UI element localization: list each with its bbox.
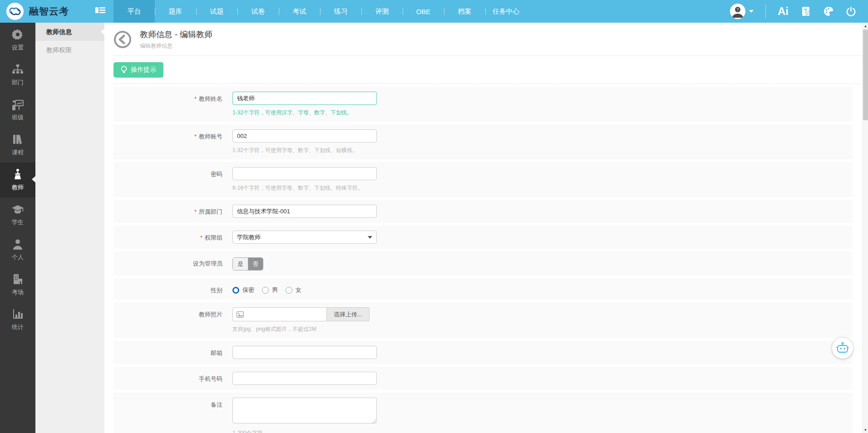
scroll-down-arrow[interactable]: ▼ (863, 427, 868, 433)
remark-textarea[interactable] (232, 398, 377, 423)
admin-toggle-no[interactable]: 否 (248, 258, 263, 270)
user-avatar[interactable]: ? (730, 4, 745, 19)
field-label: 性别 (113, 283, 232, 295)
main-content: 教师信息 - 编辑教师 编辑教师信息 操作提示 *教师姓名 1-32个字符，可使… (104, 23, 863, 433)
logout-power-icon[interactable] (846, 6, 856, 17)
person-icon (12, 238, 24, 250)
left-sidebar: 设置 部门 班级 课程 教师 (0, 23, 35, 433)
form-row-teacher-name: *教师姓名 1-32个字符，可使用汉字、字母、数字、下划线。 (113, 87, 853, 122)
page-header: 教师信息 - 编辑教师 编辑教师信息 (113, 29, 863, 56)
field-label: 邮箱 (113, 346, 232, 359)
sidebar-item-departments[interactable]: 部门 (0, 58, 35, 93)
org-chart-icon (12, 64, 24, 75)
sidebar-item-settings[interactable]: 设置 (0, 23, 35, 58)
robot-icon (836, 341, 849, 355)
submenu-item-teacher-info[interactable]: 教师信息 (35, 23, 104, 41)
form-row-permission-group: *权限组 学院教师 (113, 226, 853, 249)
form-row-phone: 手机号码 (113, 367, 853, 390)
required-asterisk: * (194, 133, 197, 140)
brand: 融智云考 (0, 3, 91, 20)
nav-item-question-bank[interactable]: 题库 (155, 0, 196, 23)
ai-assistant-icon[interactable]: Ai (778, 5, 789, 18)
sidebar-item-classes[interactable]: 班级 (0, 93, 35, 128)
theme-palette-icon[interactable] (823, 6, 834, 17)
lightbulb-icon (121, 66, 127, 74)
sidebar-item-students[interactable]: 学生 (0, 197, 35, 232)
collapse-menu-icon[interactable] (95, 6, 105, 16)
exam-building-icon (12, 273, 24, 285)
edit-teacher-form: *教师姓名 1-32个字符，可使用汉字、字母、数字、下划线。 *教师账号 1-3… (113, 87, 853, 433)
operation-tips-button[interactable]: 操作提示 (113, 62, 163, 78)
scroll-up-arrow[interactable]: ▲ (863, 23, 868, 29)
books-icon (12, 133, 24, 145)
field-label: 教师照片 (113, 307, 232, 333)
gender-radio-group: 保密 男 女 (232, 283, 853, 294)
navbar-divider (765, 5, 766, 18)
password-input[interactable] (232, 167, 377, 180)
sidebar-item-personal[interactable]: 个人 (0, 232, 35, 267)
form-row-email: 邮箱 (113, 341, 853, 364)
nav-item-exams[interactable]: 考试 (279, 0, 320, 23)
back-button[interactable] (113, 30, 132, 49)
chevron-down-icon (749, 10, 754, 13)
teacher-name-input[interactable] (232, 92, 377, 105)
gender-radio-female[interactable]: 女 (286, 286, 301, 294)
teacher-podium-icon (12, 168, 24, 180)
classroom-icon (12, 98, 24, 110)
nav-item-questions[interactable]: 试题 (196, 0, 237, 23)
chevron-down-icon (368, 236, 372, 239)
form-row-gender: 性别 保密 男 女 (113, 278, 853, 300)
required-asterisk: * (194, 208, 197, 215)
nav-item-archives[interactable]: 档案 (444, 0, 485, 23)
user-menu[interactable]: ? (730, 4, 754, 19)
nav-item-practice[interactable]: 练习 (320, 0, 361, 23)
app-logo-icon (6, 3, 24, 20)
permission-group-select[interactable]: 学院教师 (232, 231, 377, 244)
nav-item-obe[interactable]: OBE (403, 0, 444, 23)
photo-file-input[interactable] (232, 307, 327, 321)
field-label: 备注 (113, 398, 232, 433)
nav-item-papers[interactable]: 试卷 (237, 0, 279, 23)
field-label: 教师账号 (199, 133, 222, 140)
email-input[interactable] (232, 346, 377, 359)
scrollbar-thumb[interactable] (863, 30, 868, 120)
sidebar-item-teachers[interactable]: 教师 (0, 162, 35, 197)
field-label: 手机号码 (113, 372, 232, 385)
top-navbar: 融智云考 平台 题库 试题 试卷 考试 练习 评测 OBE 档案 任务中心 ? (0, 0, 868, 23)
field-label: 密码 (113, 167, 232, 192)
admin-toggle-yes[interactable]: 是 (233, 258, 248, 270)
ai-robot-assistant-button[interactable] (832, 338, 853, 359)
sidebar-item-statistics[interactable]: 统计 (0, 302, 35, 337)
gender-radio-secret[interactable]: 保密 (232, 286, 254, 294)
field-hint: 6-16个字符，可使用字母、数字、下划线、特殊字符。 (232, 184, 853, 192)
nav-item-task-center[interactable]: 任务中心 (485, 0, 527, 23)
field-hint: 支持jpg、png格式图片，不超过2M (232, 325, 853, 333)
form-row-photo: 教师照片 选择上传... 支持jpg、png格式图片，不超过2M (113, 302, 853, 338)
svg-text:?: ? (736, 7, 739, 12)
dotted-separator (113, 84, 863, 84)
image-icon (237, 311, 244, 318)
field-label: 教师姓名 (199, 95, 222, 102)
radio-selected-icon (232, 287, 239, 294)
department-input[interactable] (232, 205, 377, 218)
form-row-remark: 备注 1-200个字符。 (113, 393, 853, 433)
submenu-item-teacher-permissions[interactable]: 教师权限 (35, 41, 104, 59)
radio-icon (262, 287, 269, 294)
feedback-help-icon[interactable]: ? (800, 6, 811, 17)
phone-input[interactable] (232, 372, 377, 385)
vertical-scrollbar[interactable]: ▲ ▼ (862, 23, 868, 433)
nav-item-evaluation[interactable]: 评测 (361, 0, 403, 23)
radio-icon (286, 287, 292, 294)
field-label: 权限组 (205, 234, 222, 241)
teacher-account-input[interactable] (232, 129, 377, 143)
sidebar-item-exam-rooms[interactable]: 考场 (0, 267, 35, 302)
teacher-submenu: 教师信息 教师权限 (35, 23, 104, 433)
graduation-cap-icon (11, 203, 24, 215)
gender-radio-male[interactable]: 男 (262, 286, 278, 294)
nav-item-platform[interactable]: 平台 (113, 0, 155, 23)
sidebar-item-courses[interactable]: 课程 (0, 128, 35, 162)
choose-upload-button[interactable]: 选择上传... (327, 307, 370, 321)
field-label: 设为管理员 (113, 256, 232, 271)
page-title: 教师信息 - 编辑教师 (140, 29, 212, 40)
form-row-admin-toggle: 设为管理员 是 否 (113, 251, 853, 276)
